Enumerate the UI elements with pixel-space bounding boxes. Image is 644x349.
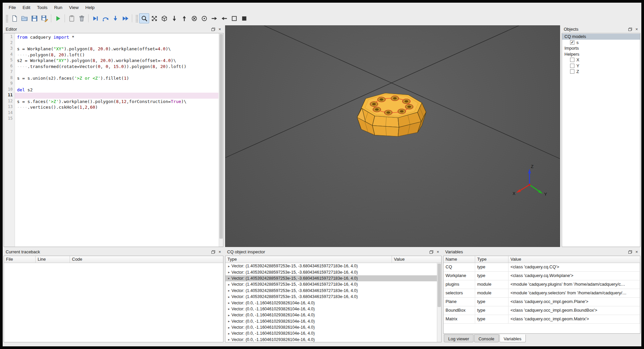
expand-caret-icon[interactable]: ▸ [226,301,231,305]
variable-row[interactable]: BoundBoxtype<class 'cadquery.occ_impl.ge… [444,306,640,315]
close-panel-button[interactable]: × [634,26,640,32]
column-header-type[interactable]: Type [225,256,392,263]
inspector-row[interactable]: ▸Vector: (1.4053924288597253e-15, -3.680… [225,275,437,281]
left-view-button[interactable] [219,13,229,23]
delete-button[interactable] [77,13,87,23]
checkbox[interactable] [570,64,574,68]
inspector-row[interactable]: ▸Vector: (0.0, -1.1604610293826104e-16, … [225,318,437,324]
fit-view-button[interactable] [149,13,159,23]
column-header-value[interactable]: Value [392,256,441,263]
float-panel-button[interactable] [428,249,434,255]
top-view-button[interactable] [169,13,179,23]
step-into-button[interactable] [110,13,120,23]
debug-button[interactable] [90,13,100,23]
expand-caret-icon[interactable]: ▸ [226,295,231,299]
column-header-code[interactable]: Code [70,256,223,263]
back-view-button[interactable] [199,13,209,23]
tree-item-helpers[interactable]: Helpers [562,51,640,57]
expand-caret-icon[interactable]: ▸ [226,319,231,323]
menu-run[interactable]: Run [51,4,66,11]
inspector-row[interactable]: ▸Vector: (0.0, -1.1604610293826104e-16, … [225,324,437,330]
clipboard-button[interactable] [67,13,77,23]
inspector-scrollbar[interactable] [437,263,441,342]
menu-file[interactable]: File [5,4,19,11]
zoom-button[interactable] [139,13,149,23]
inspector-row[interactable]: ▸Vector: (0.0, -1.1604610293826104e-16, … [225,312,437,318]
expand-caret-icon[interactable]: ▸ [226,326,231,329]
float-panel-button[interactable] [210,26,216,32]
new-file-button[interactable] [9,13,19,23]
variable-row[interactable]: CQtype<class 'cadquery.cq.CQ'> [444,263,640,272]
checkbox[interactable] [570,58,574,62]
variable-row[interactable]: pluginsmodule<module 'cadquery.plugins' … [444,280,640,289]
tab-console[interactable]: Console [474,334,499,342]
viewport-canvas[interactable]: Z X Y [225,26,560,247]
tree-item-cq-models[interactable]: CQ models [562,34,640,40]
menu-view[interactable]: View [66,4,82,11]
inspector-row[interactable]: ▸Vector: (0.0, -1.1604610293826104e-16, … [225,300,437,306]
save-as-button[interactable] [39,13,49,23]
float-panel-button[interactable] [627,249,633,255]
tree-item-x[interactable]: X [562,57,640,63]
code-area[interactable]: from cadquery import *s = Workplane("XY"… [15,33,223,247]
code-editor[interactable]: 123456789101112131415 from cadquery impo… [4,33,223,247]
wireframe-button[interactable] [229,13,239,23]
variable-row[interactable]: Matrixtype<class 'cadquery.occ_impl.geom… [444,315,640,324]
variable-row[interactable]: Workplanetype<class 'cadquery.cq.Workpla… [444,272,640,280]
inspector-row[interactable]: ▸Vector: (0.0, -1.1604610293826104e-16, … [225,306,437,312]
inspector-row[interactable]: ▸Vector: (1.4053924288597253e-15, -3.680… [225,263,437,269]
menu-help[interactable]: Help [82,4,98,11]
column-header-value[interactable]: Value [508,256,640,263]
render-button[interactable] [53,13,63,23]
close-panel-button[interactable]: × [435,249,441,255]
front-view-button[interactable] [189,13,199,23]
tree-item-z[interactable]: Z [562,69,640,75]
variable-row[interactable]: Planetype<class 'cadquery.occ_impl.geom.… [444,298,640,306]
expand-caret-icon[interactable]: ▸ [226,264,231,268]
inspector-row[interactable]: ▸Vector: (1.4053924288597253e-15, -3.680… [225,288,437,294]
float-panel-button[interactable] [210,249,216,255]
column-header-file[interactable]: File [4,256,36,263]
save-button[interactable] [29,13,39,23]
checkbox[interactable]: ✓ [570,40,574,45]
variable-row[interactable]: selectorsmodule<module 'cadquery.selecto… [444,289,640,298]
tab-log-viewer[interactable]: Log viewer [444,334,474,342]
tree-item-imports[interactable]: Imports [562,45,640,51]
expand-caret-icon[interactable]: ▸ [226,307,231,311]
expand-caret-icon[interactable]: ▸ [226,332,231,335]
inspector-row[interactable]: ▸Vector: (1.4053924288597253e-15, -3.680… [225,281,437,287]
expand-caret-icon[interactable]: ▸ [226,313,231,317]
editor-scrollbar[interactable] [219,33,223,247]
inspector-row[interactable]: ▸Vector: (0.0, -1.1604610293826104e-16, … [225,330,437,336]
float-panel-button[interactable] [627,26,633,32]
column-header-name[interactable]: Name [444,256,475,263]
expand-caret-icon[interactable]: ▸ [226,276,231,280]
tree-item-y[interactable]: Y [562,63,640,69]
iso-view-button[interactable] [159,13,169,23]
inspector-row[interactable]: ▸Vector: (1.4053924288597253e-15, -3.680… [225,269,437,275]
scrollbar-thumb[interactable] [219,34,223,239]
menu-tools[interactable]: Tools [34,4,51,11]
menu-edit[interactable]: Edit [19,4,34,11]
bottom-view-button[interactable] [179,13,189,23]
step-over-button[interactable] [100,13,110,23]
cad-model[interactable] [357,93,426,136]
close-panel-button[interactable]: × [217,26,223,32]
checkbox[interactable] [570,69,574,74]
right-view-button[interactable] [209,13,219,23]
close-panel-button[interactable]: × [217,249,223,255]
expand-caret-icon[interactable]: ▸ [226,270,231,274]
expand-caret-icon[interactable]: ▸ [226,283,231,286]
expand-caret-icon[interactable]: ▸ [226,338,231,341]
open-file-button[interactable] [19,13,29,23]
close-panel-button[interactable]: × [634,249,640,255]
shaded-button[interactable] [239,13,249,23]
continue-button[interactable] [120,13,130,23]
column-header-line[interactable]: Line [36,256,70,263]
inspector-row[interactable]: ▸Vector: (1.4053924288597253e-15, -3.680… [225,294,437,300]
column-header-type[interactable]: Type [475,256,508,263]
toolbar-grip[interactable] [135,14,138,22]
expand-caret-icon[interactable]: ▸ [226,289,231,292]
tree-item-s[interactable]: ✓s [562,40,640,46]
scrollbar-thumb[interactable] [438,264,441,307]
